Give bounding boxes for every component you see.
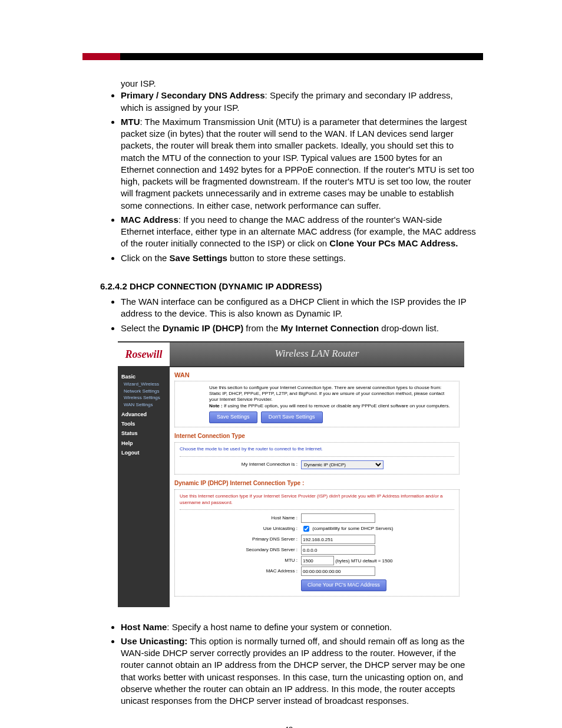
list-item: The WAN interface can be configured as a… [121,296,477,320]
nav-item[interactable]: Wireless Settings [124,395,166,401]
note-text: If using the PPPoE option, you will need… [223,403,450,409]
conn-type-desc: Choose the mode to be used by the router… [180,446,454,452]
mtu-label: MTU : [180,558,301,564]
sdns-label: Secondary DNS Server : [180,547,301,553]
primary-dns-input[interactable] [301,535,375,544]
note-label: Note : [209,403,223,409]
dyn-box: Use this Internet connection type if you… [174,489,459,596]
intro-box: Use this section to configure your Inter… [174,381,459,427]
list-item: MAC Address: If you need to change the M… [121,214,477,250]
intro-text: Use this section to configure your Inter… [209,385,454,403]
dyn-title: Dynamic IP (DHCP) Internet Connection Ty… [174,479,459,487]
list-item: Select the Dynamic IP (DHCP) from the My… [121,322,477,334]
pdns-label: Primary DNS Server : [180,536,301,542]
list-item: Host Name: Specify a host name to define… [121,621,477,633]
conn-type-box: Choose the mode to be used by the router… [174,442,459,474]
router-main: WAN Use this section to configure your I… [170,367,464,607]
list-item: Primary / Secondary DNS Address: Specify… [121,90,477,114]
term: MTU [121,117,140,127]
top-bullet-list: Primary / Secondary DNS Address: Specify… [100,90,477,264]
term: Primary / Secondary DNS Address [121,90,265,100]
router-title: Wireless LAN Router [170,347,464,361]
term2: Clone Your PCs MAC Address. [329,238,458,248]
term-text-post: button to store these settings. [227,253,346,263]
router-header: Rosewill Wireless LAN Router [118,341,464,367]
save-settings-button[interactable]: Save Settings [209,411,257,423]
term: Use Unicasting: [121,636,187,646]
secondary-dns-input[interactable] [301,545,375,555]
page-number: 43 [100,724,477,728]
nav-group-tools[interactable]: Tools [121,420,166,427]
mtu-hint: (bytes) MTU default = 1500 [335,558,392,564]
bottom-bullet-list: Host Name: Specify a host name to define… [100,621,477,707]
nav-group-logout[interactable]: Logout [121,449,166,456]
list-item: Use Unicasting: This option is normally … [121,635,477,707]
unicast-checkbox[interactable] [303,526,309,532]
term: MAC Address [121,215,178,225]
header-bar [82,53,483,60]
host-name-input[interactable] [301,513,375,523]
intro-fragment: your ISP. [100,78,477,90]
conn-type-title: Internet Connection Type [174,432,459,440]
term-text: Click on the [121,253,170,263]
nav-group-help[interactable]: Help [121,440,166,447]
nav-group-basic[interactable]: Basic [121,373,166,380]
nav-item[interactable]: Network Settings [124,388,166,395]
term-text: : Specify a host name to define your sys… [167,622,392,632]
nav-group-status[interactable]: Status [121,430,166,437]
mtu-input[interactable] [301,556,334,565]
term2: Save Settings [170,253,227,263]
list-item: MTU: The Maximum Transmission Unit (MTU)… [121,116,477,212]
term-text: : The Maximum Transmission Unit (MTU) is… [121,117,474,210]
term: Host Name [121,622,167,632]
host-name-label: Host Name : [180,515,301,521]
nav-item[interactable]: WAN Settings [124,402,166,409]
router-logo: Rosewill [118,342,170,366]
section-bullet-list: The WAN interface can be configured as a… [100,296,477,334]
conn-label: My Internet Connection is : [180,462,301,467]
router-screenshot: Rosewill Wireless LAN Router Basic Wizar… [118,341,464,607]
unicast-label: Use Unicasting : [180,526,301,532]
clone-mac-button[interactable]: Clone Your PC's MAC Address [301,579,386,591]
internet-connection-select[interactable]: Dynamic IP (DHCP) [301,460,384,469]
nav-group-advanced[interactable]: Advanced [121,411,166,418]
section-heading: 6.2.4.2 DHCP CONNECTION (DYNAMIC IP ADDR… [100,281,477,292]
dyn-desc: Use this Internet connection type if you… [180,493,454,506]
dont-save-settings-button[interactable]: Don't Save Settings [261,411,323,423]
unicast-hint: (compatibility for some DHCP Servers) [312,526,393,531]
panel-title: WAN [174,371,459,380]
nav-item[interactable]: Wizard_Wireless [124,381,166,388]
mac-address-input[interactable] [301,566,375,576]
list-item: Click on the Save Settings button to sto… [121,252,477,264]
term-text: This option is normally turned off, and … [121,636,465,706]
mac-label: MAC Address : [180,568,301,574]
router-nav: Basic Wizard_Wireless Network Settings W… [118,367,170,607]
